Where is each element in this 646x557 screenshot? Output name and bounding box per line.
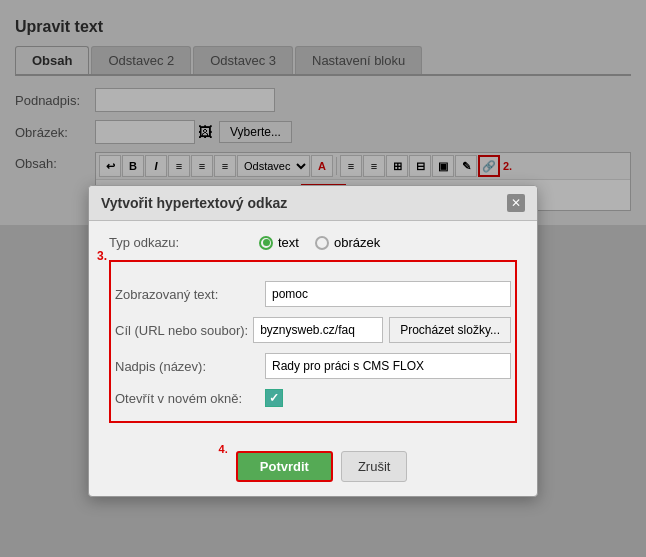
- radio-group: text obrázek: [259, 235, 380, 250]
- zobrazovany-text-row: Zobrazovaný text:: [115, 281, 511, 307]
- typ-odkazu-label: Typ odkazu:: [109, 235, 259, 250]
- dialog-footer: 4. Potvrdit Zrušit: [89, 441, 537, 496]
- dialog-close-button[interactable]: ✕: [507, 194, 525, 212]
- checkmark-icon: ✓: [269, 391, 279, 405]
- nadpis-input[interactable]: [265, 353, 511, 379]
- radio-obrazek-option[interactable]: obrázek: [315, 235, 380, 250]
- potvrdit-button[interactable]: Potvrdit: [236, 451, 333, 482]
- red-outline-section: 3. Zobrazovaný text: Cíl (URL nebo soubo…: [109, 260, 517, 423]
- radio-obrazek-label: obrázek: [334, 235, 380, 250]
- dialog-title: Vytvořit hypertextový odkaz: [101, 195, 287, 211]
- zobrazovany-text-input[interactable]: [265, 281, 511, 307]
- typ-odkazu-row: Typ odkazu: text obrázek: [109, 235, 517, 250]
- prochazet-button[interactable]: Procházet složky...: [389, 317, 511, 343]
- url-row: Procházet složky...: [253, 317, 511, 343]
- cil-input[interactable]: [253, 317, 383, 343]
- otevrit-label: Otevřít v novém okně:: [115, 391, 265, 406]
- cil-label: Cíl (URL nebo soubor):: [115, 323, 253, 338]
- zobrazovany-text-label: Zobrazovaný text:: [115, 287, 265, 302]
- dialog-header: Vytvořit hypertextový odkaz ✕: [89, 186, 537, 221]
- annotation-3: 3.: [97, 249, 107, 263]
- otevrit-checkbox[interactable]: ✓: [265, 389, 283, 407]
- dialog-hyperlink: Vytvořit hypertextový odkaz ✕ Typ odkazu…: [88, 185, 538, 497]
- radio-text-circle: [259, 236, 273, 250]
- radio-text-label: text: [278, 235, 299, 250]
- annotation-4: 4.: [219, 443, 228, 474]
- nadpis-row: Nadpis (název):: [115, 353, 511, 379]
- cil-row: Cíl (URL nebo soubor): Procházet složky.…: [115, 317, 511, 343]
- nadpis-label: Nadpis (název):: [115, 359, 265, 374]
- radio-text-option[interactable]: text: [259, 235, 299, 250]
- otevrit-row: Otevřít v novém okně: ✓: [115, 389, 511, 407]
- dialog-body: Typ odkazu: text obrázek 3.: [89, 221, 537, 441]
- page-wrapper: Upravit text Obsah Odstavec 2 Odstavec 3…: [0, 0, 646, 557]
- radio-text-dot: [263, 239, 270, 246]
- radio-obrazek-circle: [315, 236, 329, 250]
- zrusit-button[interactable]: Zrušit: [341, 451, 408, 482]
